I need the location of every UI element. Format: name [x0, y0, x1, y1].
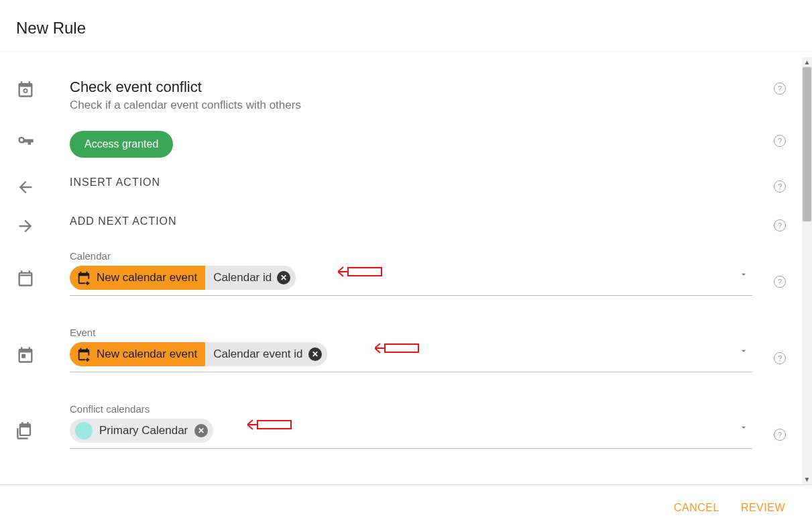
- scroll-down-icon[interactable]: ▼: [802, 474, 812, 484]
- calendar-outline-icon: [16, 250, 70, 288]
- check-event-conflict-row: Check event conflict Check if a calendar…: [0, 78, 802, 131]
- help-icon[interactable]: ?: [774, 180, 786, 193]
- calendar-field-label: Calendar: [70, 250, 752, 262]
- annotation-arrow-icon: [375, 338, 422, 358]
- calendar-chip-head-label: New calendar event: [97, 271, 197, 284]
- access-row: Access granted ?: [0, 131, 802, 176]
- arrow-right-icon: [16, 215, 70, 235]
- main-scroll-area: Check event conflict Check if a calendar…: [0, 57, 802, 484]
- header: New Rule: [0, 0, 812, 52]
- calendar-plus-icon: [76, 270, 91, 285]
- help-icon[interactable]: ?: [774, 352, 786, 364]
- help-icon[interactable]: ?: [774, 429, 786, 441]
- chevron-down-icon[interactable]: [739, 423, 748, 435]
- conflict-chip-input[interactable]: Primary Calendar ✕: [70, 419, 752, 449]
- calendar-chip-tail-label: Calendar id: [213, 271, 272, 284]
- calendar-color-dot: [75, 422, 93, 439]
- calendars-stack-icon: [16, 403, 70, 441]
- help-icon[interactable]: ?: [774, 276, 786, 288]
- page-title: New Rule: [16, 19, 796, 38]
- calendar-chip[interactable]: New calendar event Calendar id ✕: [70, 266, 296, 290]
- event-chip[interactable]: New calendar event Calendar event id ✕: [70, 342, 327, 366]
- arrow-left-icon: [16, 176, 70, 197]
- svg-rect-0: [348, 268, 382, 276]
- add-next-action-label: ADD NEXT ACTION: [70, 215, 752, 227]
- scroll-up-icon[interactable]: ▲: [802, 57, 812, 67]
- key-icon: [16, 131, 70, 151]
- event-chip-input[interactable]: New calendar event Calendar event id ✕: [70, 342, 752, 372]
- annotation-arrow-icon: [338, 262, 385, 282]
- svg-rect-2: [257, 421, 291, 429]
- check-event-conflict-content: Check event conflict Check if a calendar…: [70, 78, 752, 112]
- insert-action-row[interactable]: INSERT ACTION ?: [0, 176, 802, 215]
- cancel-button[interactable]: CANCEL: [663, 495, 730, 521]
- insert-action-label: INSERT ACTION: [70, 176, 752, 189]
- event-chip-head-label: New calendar event: [97, 348, 197, 361]
- calendar-field-row: Calendar New calendar event Calendar id …: [0, 250, 802, 327]
- conflict-field-label: Conflict calendars: [70, 403, 752, 415]
- chevron-down-icon[interactable]: [739, 346, 748, 358]
- add-next-action-row[interactable]: ADD NEXT ACTION ?: [0, 215, 802, 250]
- block-title: Check event conflict: [70, 78, 752, 96]
- access-granted-pill[interactable]: Access granted: [70, 131, 173, 158]
- calendar-event-icon: [16, 327, 70, 364]
- close-icon[interactable]: ✕: [277, 271, 290, 284]
- review-button[interactable]: REVIEW: [730, 495, 796, 521]
- chevron-down-icon[interactable]: [739, 270, 748, 282]
- footer: CANCEL REVIEW: [0, 484, 812, 530]
- event-field-row: Event New calendar event Calendar event …: [0, 327, 802, 403]
- calendar-gear-icon: [16, 78, 70, 99]
- conflict-chip[interactable]: Primary Calendar ✕: [70, 419, 213, 443]
- conflict-chip-label: Primary Calendar: [99, 424, 188, 437]
- close-icon[interactable]: ✕: [308, 348, 322, 361]
- event-chip-tail-label: Calendar event id: [213, 348, 302, 361]
- help-icon[interactable]: ?: [774, 135, 786, 147]
- help-icon[interactable]: ?: [774, 219, 786, 231]
- svg-rect-1: [385, 344, 418, 352]
- scrollbar[interactable]: ▲ ▼: [802, 57, 812, 484]
- annotation-arrow-icon: [247, 415, 294, 435]
- event-field-label: Event: [70, 327, 752, 338]
- scrollbar-thumb[interactable]: [803, 67, 811, 221]
- help-icon[interactable]: ?: [774, 83, 786, 95]
- calendar-chip-input[interactable]: New calendar event Calendar id ✕: [70, 266, 752, 296]
- conflict-field-row: Conflict calendars Primary Calendar ✕ ?: [0, 403, 802, 480]
- calendar-plus-icon: [76, 347, 91, 362]
- block-subtitle: Check if a calendar event conflicts with…: [70, 99, 752, 112]
- close-icon[interactable]: ✕: [194, 424, 208, 437]
